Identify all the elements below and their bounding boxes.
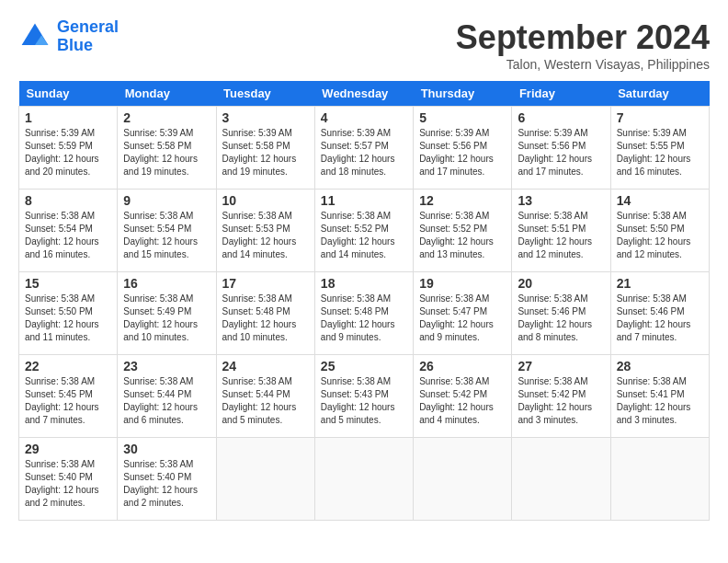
- calendar-cell: 18Sunrise: 5:38 AM Sunset: 5:48 PM Dayli…: [314, 272, 413, 355]
- calendar-cell: [216, 438, 314, 521]
- calendar-cell: 23Sunrise: 5:38 AM Sunset: 5:44 PM Dayli…: [118, 355, 216, 438]
- day-info: Sunrise: 5:38 AM Sunset: 5:41 PM Dayligh…: [617, 375, 703, 427]
- calendar-cell: [314, 438, 413, 521]
- calendar-cell: [512, 438, 610, 521]
- calendar-cell: 20Sunrise: 5:38 AM Sunset: 5:46 PM Dayli…: [512, 272, 610, 355]
- day-number: 3: [222, 110, 309, 125]
- calendar-cell: 30Sunrise: 5:38 AM Sunset: 5:40 PM Dayli…: [118, 438, 216, 521]
- day-number: 12: [419, 193, 506, 208]
- calendar-week-row: 15Sunrise: 5:38 AM Sunset: 5:50 PM Dayli…: [19, 272, 710, 355]
- day-number: 11: [321, 193, 407, 208]
- calendar-cell: 19Sunrise: 5:38 AM Sunset: 5:47 PM Dayli…: [414, 272, 512, 355]
- day-number: 29: [25, 442, 111, 456]
- logo-text: General Blue: [57, 18, 119, 55]
- day-number: 8: [25, 193, 111, 208]
- day-number: 16: [123, 276, 210, 291]
- calendar-cell: 5Sunrise: 5:39 AM Sunset: 5:56 PM Daylig…: [414, 107, 512, 190]
- day-info: Sunrise: 5:38 AM Sunset: 5:43 PM Dayligh…: [321, 375, 407, 427]
- calendar-cell: 4Sunrise: 5:39 AM Sunset: 5:57 PM Daylig…: [314, 107, 413, 190]
- day-number: 27: [518, 359, 604, 373]
- day-number: 22: [25, 359, 111, 373]
- logo: General Blue: [18, 18, 119, 55]
- day-info: Sunrise: 5:38 AM Sunset: 5:42 PM Dayligh…: [419, 375, 506, 427]
- calendar-cell: 25Sunrise: 5:38 AM Sunset: 5:43 PM Dayli…: [314, 355, 413, 438]
- calendar-cell: 26Sunrise: 5:38 AM Sunset: 5:42 PM Dayli…: [414, 355, 512, 438]
- calendar-cell: 17Sunrise: 5:38 AM Sunset: 5:48 PM Dayli…: [216, 272, 314, 355]
- day-info: Sunrise: 5:39 AM Sunset: 5:57 PM Dayligh…: [321, 127, 407, 178]
- day-info: Sunrise: 5:38 AM Sunset: 5:53 PM Dayligh…: [222, 210, 309, 261]
- weekday-header: Sunday: [19, 81, 118, 107]
- day-number: 13: [518, 193, 604, 208]
- day-number: 2: [123, 110, 210, 125]
- day-info: Sunrise: 5:38 AM Sunset: 5:48 PM Dayligh…: [222, 293, 309, 344]
- day-number: 15: [25, 276, 111, 291]
- day-number: 1: [25, 110, 111, 125]
- weekday-header: Monday: [118, 81, 216, 107]
- calendar-week-row: 8Sunrise: 5:38 AM Sunset: 5:54 PM Daylig…: [19, 190, 710, 272]
- weekday-header: Friday: [512, 81, 610, 107]
- calendar-table: SundayMondayTuesdayWednesdayThursdayFrid…: [18, 81, 710, 521]
- day-number: 7: [617, 110, 703, 125]
- day-info: Sunrise: 5:39 AM Sunset: 5:58 PM Dayligh…: [123, 127, 210, 178]
- day-info: Sunrise: 5:38 AM Sunset: 5:42 PM Dayligh…: [518, 375, 604, 427]
- day-number: 19: [419, 276, 506, 291]
- calendar-cell: [414, 438, 512, 521]
- calendar-cell: 29Sunrise: 5:38 AM Sunset: 5:40 PM Dayli…: [19, 438, 118, 521]
- calendar-week-row: 1Sunrise: 5:39 AM Sunset: 5:59 PM Daylig…: [19, 107, 710, 190]
- day-info: Sunrise: 5:39 AM Sunset: 5:58 PM Dayligh…: [222, 127, 309, 178]
- calendar-cell: 24Sunrise: 5:38 AM Sunset: 5:44 PM Dayli…: [216, 355, 314, 438]
- calendar-cell: 28Sunrise: 5:38 AM Sunset: 5:41 PM Dayli…: [610, 355, 709, 438]
- calendar-cell: 2Sunrise: 5:39 AM Sunset: 5:58 PM Daylig…: [118, 107, 216, 190]
- day-info: Sunrise: 5:39 AM Sunset: 5:59 PM Dayligh…: [25, 127, 111, 178]
- location-subtitle: Talon, Western Visayas, Philippines: [456, 57, 710, 72]
- day-info: Sunrise: 5:38 AM Sunset: 5:50 PM Dayligh…: [617, 210, 703, 261]
- day-number: 24: [222, 359, 309, 373]
- day-number: 21: [617, 276, 703, 291]
- day-number: 14: [617, 193, 703, 208]
- day-info: Sunrise: 5:38 AM Sunset: 5:44 PM Dayligh…: [222, 375, 309, 427]
- month-title: September 2024: [456, 18, 710, 57]
- calendar-cell: 21Sunrise: 5:38 AM Sunset: 5:46 PM Dayli…: [610, 272, 709, 355]
- day-info: Sunrise: 5:38 AM Sunset: 5:45 PM Dayligh…: [25, 375, 111, 427]
- weekday-header: Tuesday: [216, 81, 314, 107]
- calendar-cell: 16Sunrise: 5:38 AM Sunset: 5:49 PM Dayli…: [118, 272, 216, 355]
- day-number: 25: [321, 359, 407, 373]
- day-info: Sunrise: 5:39 AM Sunset: 5:56 PM Dayligh…: [419, 127, 506, 178]
- calendar-cell: 15Sunrise: 5:38 AM Sunset: 5:50 PM Dayli…: [19, 272, 118, 355]
- weekday-header-row: SundayMondayTuesdayWednesdayThursdayFrid…: [19, 81, 710, 107]
- calendar-cell: 13Sunrise: 5:38 AM Sunset: 5:51 PM Dayli…: [512, 190, 610, 272]
- day-info: Sunrise: 5:38 AM Sunset: 5:54 PM Dayligh…: [123, 210, 210, 261]
- day-number: 9: [123, 193, 210, 208]
- logo-line2: Blue: [57, 36, 93, 54]
- weekday-header: Thursday: [414, 81, 512, 107]
- calendar-cell: 8Sunrise: 5:38 AM Sunset: 5:54 PM Daylig…: [19, 190, 118, 272]
- day-info: Sunrise: 5:38 AM Sunset: 5:48 PM Dayligh…: [321, 293, 407, 344]
- calendar-cell: 3Sunrise: 5:39 AM Sunset: 5:58 PM Daylig…: [216, 107, 314, 190]
- day-info: Sunrise: 5:38 AM Sunset: 5:52 PM Dayligh…: [419, 210, 506, 261]
- day-number: 6: [518, 110, 604, 125]
- day-info: Sunrise: 5:38 AM Sunset: 5:50 PM Dayligh…: [25, 293, 111, 344]
- day-number: 23: [123, 359, 210, 373]
- day-info: Sunrise: 5:38 AM Sunset: 5:47 PM Dayligh…: [419, 293, 506, 344]
- calendar-cell: 1Sunrise: 5:39 AM Sunset: 5:59 PM Daylig…: [19, 107, 118, 190]
- day-info: Sunrise: 5:38 AM Sunset: 5:51 PM Dayligh…: [518, 210, 604, 261]
- day-number: 28: [617, 359, 703, 373]
- calendar-cell: 22Sunrise: 5:38 AM Sunset: 5:45 PM Dayli…: [19, 355, 118, 438]
- calendar-cell: 12Sunrise: 5:38 AM Sunset: 5:52 PM Dayli…: [414, 190, 512, 272]
- calendar-cell: 27Sunrise: 5:38 AM Sunset: 5:42 PM Dayli…: [512, 355, 610, 438]
- day-info: Sunrise: 5:38 AM Sunset: 5:46 PM Dayligh…: [617, 293, 703, 344]
- day-number: 26: [419, 359, 506, 373]
- day-info: Sunrise: 5:38 AM Sunset: 5:54 PM Dayligh…: [25, 210, 111, 261]
- day-number: 18: [321, 276, 407, 291]
- day-number: 4: [321, 110, 407, 125]
- day-info: Sunrise: 5:38 AM Sunset: 5:49 PM Dayligh…: [123, 293, 210, 344]
- calendar-cell: 9Sunrise: 5:38 AM Sunset: 5:54 PM Daylig…: [118, 190, 216, 272]
- day-info: Sunrise: 5:38 AM Sunset: 5:44 PM Dayligh…: [123, 375, 210, 427]
- calendar-week-row: 29Sunrise: 5:38 AM Sunset: 5:40 PM Dayli…: [19, 438, 710, 521]
- weekday-header: Wednesday: [314, 81, 413, 107]
- calendar-cell: 11Sunrise: 5:38 AM Sunset: 5:52 PM Dayli…: [314, 190, 413, 272]
- day-number: 5: [419, 110, 506, 125]
- day-number: 10: [222, 193, 309, 208]
- day-number: 20: [518, 276, 604, 291]
- header: General Blue September 2024 Talon, Weste…: [18, 18, 710, 72]
